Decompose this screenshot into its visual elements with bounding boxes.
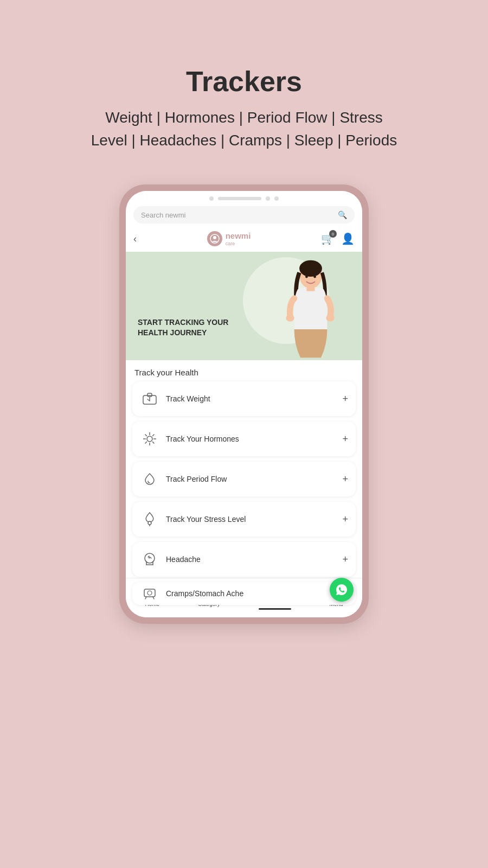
svg-rect-24	[144, 589, 155, 597]
notch-dot-3	[274, 196, 279, 201]
brand-name-block: newmi care	[226, 231, 251, 246]
svg-point-4	[286, 314, 294, 321]
cart-badge: 0	[329, 230, 337, 238]
track-stress-left: Track Your Stress Level	[140, 509, 246, 529]
track-hormones-item[interactable]: Track Your Hormones +	[132, 422, 356, 456]
headache-icon	[141, 551, 158, 568]
phone-frame: Search newmi 🔍 ‹ newmi care	[119, 184, 369, 624]
stress-icon-box	[140, 509, 159, 529]
track-hormones-left: Track Your Hormones	[140, 429, 239, 449]
notch-pill	[218, 197, 261, 200]
svg-point-12	[147, 436, 152, 442]
whatsapp-fab[interactable]	[330, 578, 354, 602]
notch-dot-2	[266, 196, 270, 201]
svg-rect-10	[147, 393, 152, 397]
svg-point-5	[326, 314, 335, 321]
brand-sub: care	[226, 241, 251, 246]
top-nav: ‹ newmi care 🛒 0	[126, 228, 362, 252]
banner-figure	[270, 257, 351, 360]
track-weight-item[interactable]: Track Weight +	[132, 381, 356, 416]
hormones-icon-box	[140, 429, 159, 449]
svg-rect-6	[306, 286, 314, 291]
svg-point-1	[213, 236, 216, 239]
track-cramps-left: Cramps/Stomach Ache	[140, 584, 243, 603]
svg-line-20	[145, 442, 147, 444]
back-button[interactable]: ‹	[133, 233, 137, 245]
cramps-icon	[141, 585, 158, 602]
track-period-item[interactable]: Track Period Flow +	[132, 462, 356, 496]
brand-icon	[207, 231, 222, 246]
phone-notch	[126, 191, 362, 204]
notch-dot-1	[209, 196, 214, 201]
track-hormones-label: Track Your Hormones	[166, 435, 239, 443]
banner: START TRACKING YOUR HEALTH JOURNEY	[126, 252, 362, 360]
track-headache-label: Headache	[166, 555, 201, 564]
track-period-left: Track Period Flow	[140, 469, 227, 489]
page-subtitle: Weight | Hormones | Period Flow | Stress…	[87, 106, 401, 152]
hormones-icon	[141, 430, 158, 448]
track-period-label: Track Period Flow	[166, 475, 227, 483]
stress-icon	[141, 510, 158, 528]
whatsapp-icon	[335, 583, 348, 596]
svg-line-17	[145, 435, 147, 437]
track-weight-plus[interactable]: +	[342, 393, 348, 405]
track-headache-plus[interactable]: +	[342, 554, 348, 565]
svg-point-8	[313, 276, 316, 278]
svg-point-3	[299, 260, 322, 277]
track-cramps-label: Cramps/Stomach Ache	[166, 589, 243, 598]
search-input[interactable]: Search newmi	[141, 211, 333, 219]
track-weight-left: Track Weight	[140, 389, 210, 409]
nav-icons: 🛒 0 👤	[321, 232, 355, 245]
page-title: Trackers	[87, 65, 401, 98]
phone-inner: Search newmi 🔍 ‹ newmi care	[126, 191, 362, 617]
track-stress-label: Track Your Stress Level	[166, 515, 246, 524]
brand-name: newmi	[226, 231, 251, 240]
period-icon-box	[140, 469, 159, 489]
banner-text: START TRACKING YOUR HEALTH JOURNEY	[138, 317, 228, 339]
track-headache-left: Headache	[140, 550, 201, 569]
brand-logo: newmi care	[207, 231, 251, 246]
svg-line-19	[152, 435, 155, 437]
svg-line-18	[152, 442, 155, 444]
track-hormones-plus[interactable]: +	[342, 433, 348, 445]
track-stress-plus[interactable]: +	[342, 514, 348, 525]
track-cramps-item[interactable]: Cramps/Stomach Ache +	[132, 582, 356, 605]
track-period-plus[interactable]: +	[342, 474, 348, 485]
weight-icon	[141, 390, 158, 407]
profile-icon[interactable]: 👤	[341, 232, 355, 245]
period-icon	[141, 470, 158, 488]
track-weight-label: Track Weight	[166, 394, 210, 403]
search-icon: 🔍	[338, 210, 347, 219]
track-stress-item[interactable]: Track Your Stress Level +	[132, 502, 356, 537]
headache-icon-box	[140, 550, 159, 569]
page-header: Trackers Weight | Hormones | Period Flow…	[87, 65, 401, 152]
svg-point-7	[305, 276, 308, 278]
search-bar[interactable]: Search newmi 🔍	[133, 206, 355, 224]
section-title: Track your Health	[126, 360, 362, 381]
svg-point-21	[148, 521, 151, 525]
nav-indicator	[259, 608, 291, 610]
track-list: Track Weight +	[126, 381, 362, 582]
cramps-icon-box	[140, 584, 159, 603]
track-headache-item[interactable]: Headache +	[132, 542, 356, 577]
weight-icon-box	[140, 389, 159, 409]
cart-icon[interactable]: 🛒 0	[321, 232, 335, 245]
svg-point-25	[147, 591, 152, 595]
